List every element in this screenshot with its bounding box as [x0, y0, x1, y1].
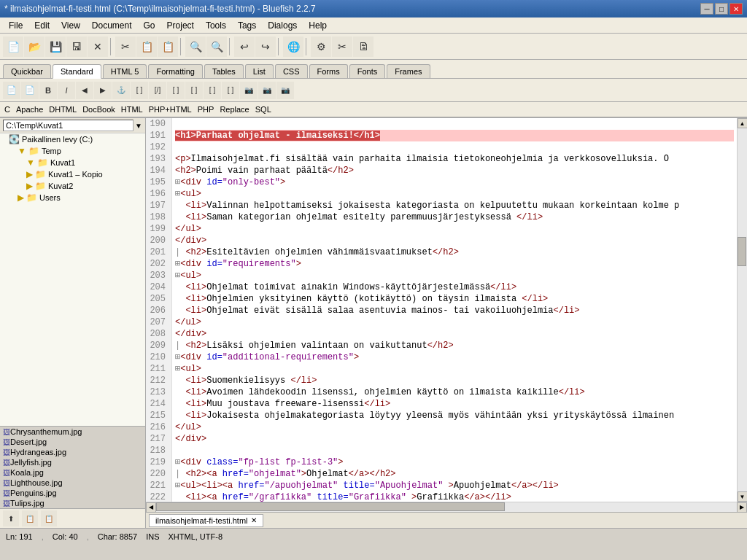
- tab-formatting[interactable]: Formatting: [148, 64, 203, 78]
- tree-drive-c[interactable]: 💽 Paikallinen levy (C:): [0, 133, 145, 145]
- tb2-b2[interactable]: 📄: [21, 82, 39, 99]
- close-file-button[interactable]: ✕: [88, 36, 108, 57]
- file-desert[interactable]: 🖼 Desert.jpg: [0, 437, 145, 447]
- tree-folder-kuvat1kopio[interactable]: ▶ 📁 Kuvat1 – Kopio: [0, 168, 145, 180]
- tab-standard[interactable]: Standard: [53, 64, 101, 79]
- sidebar-btn2[interactable]: 📋: [22, 510, 38, 526]
- menu-project[interactable]: Project: [161, 19, 200, 32]
- tb2-b13[interactable]: [ ]: [222, 82, 239, 99]
- tab-css[interactable]: CSS: [275, 64, 308, 78]
- menu-file[interactable]: File: [3, 19, 28, 32]
- tab-frames[interactable]: Frames: [387, 64, 430, 78]
- file-chrysanthemum[interactable]: 🖼 Chrysanthemum.jpg: [0, 427, 145, 437]
- save-button[interactable]: 💾: [45, 36, 66, 57]
- tb2-b4[interactable]: I: [58, 82, 75, 99]
- tree-folder-users[interactable]: ▶ 📁 Users: [0, 192, 145, 203]
- tb2-b16[interactable]: 📷: [276, 82, 294, 99]
- redo-button[interactable]: ↪: [255, 36, 276, 57]
- find-button[interactable]: 🔍: [185, 36, 206, 57]
- paste-button[interactable]: 📋: [158, 36, 178, 57]
- tree-folder-kuvat1[interactable]: ▼ 📁 Kuvat1: [0, 157, 145, 168]
- cut-button[interactable]: ✂: [115, 36, 136, 57]
- tb2-b12[interactable]: [ ]: [204, 82, 221, 99]
- file-lighthouse[interactable]: 🖼 Lighthouse.jpg: [0, 478, 145, 488]
- snippet-c[interactable]: C: [4, 105, 10, 114]
- tab-html5[interactable]: HTML 5: [103, 64, 147, 78]
- preferences-button[interactable]: ⚙: [311, 36, 331, 57]
- menu-document[interactable]: Document: [86, 19, 138, 32]
- hscroll-thumb[interactable]: [156, 502, 505, 511]
- tb2-b8[interactable]: [ ]: [131, 82, 148, 99]
- menu-go[interactable]: Go: [138, 19, 161, 32]
- file-tab-main[interactable]: ilmaisohjelmat-fi-testi.html ✕: [149, 514, 263, 527]
- scroll-up-button[interactable]: ▲: [738, 118, 748, 128]
- tb2-b5[interactable]: ◀: [76, 82, 93, 99]
- menu-help[interactable]: Help: [303, 19, 333, 32]
- tab-list[interactable]: List: [245, 64, 274, 78]
- tab-quickbar[interactable]: Quickbar: [3, 64, 51, 78]
- save-as-button[interactable]: 🖫: [66, 36, 87, 57]
- file-jellyfish[interactable]: 🖼 Jellyfish.jpg: [0, 457, 145, 467]
- snippet-replace[interactable]: Replace: [220, 105, 249, 114]
- file-koala[interactable]: 🖼 Koala.jpg: [0, 467, 145, 478]
- tb2-b6[interactable]: ▶: [94, 82, 112, 99]
- tb2-b15[interactable]: 📷: [258, 82, 276, 99]
- menu-edit[interactable]: Edit: [28, 19, 55, 32]
- path-dropdown[interactable]: ▼: [135, 122, 142, 130]
- tree-folder-temp[interactable]: ▼ 📁 Temp: [0, 145, 145, 157]
- snippet-sql[interactable]: SQL: [255, 105, 271, 114]
- hscroll-track[interactable]: [156, 502, 737, 512]
- code-line-217: </div>: [175, 433, 734, 445]
- close-button[interactable]: ✕: [729, 3, 743, 15]
- snippet-php[interactable]: PHP: [198, 105, 214, 114]
- tab-fonts[interactable]: Fonts: [349, 64, 386, 78]
- path-input[interactable]: [3, 120, 133, 131]
- hscroll-right-button[interactable]: ▶: [737, 502, 747, 513]
- scroll-track[interactable]: [738, 128, 747, 491]
- tb2-b7[interactable]: ⚓: [112, 82, 130, 99]
- file-tab-close[interactable]: ✕: [251, 516, 257, 524]
- file-icon-6: 🖼: [3, 479, 10, 487]
- menu-dialogs[interactable]: Dialogs: [262, 19, 303, 32]
- sidebar-btn1[interactable]: ⬆: [3, 510, 19, 526]
- tree-folder-kuvat2[interactable]: ▶ 📁 Kuvat2: [0, 180, 145, 192]
- find-replace-button[interactable]: 🔍: [206, 36, 227, 57]
- snippet-dhtml[interactable]: DHTML: [49, 105, 77, 114]
- menu-view[interactable]: View: [55, 19, 86, 32]
- horizontal-scrollbar[interactable]: ◀ ▶: [146, 502, 747, 512]
- scroll-thumb[interactable]: [738, 237, 746, 266]
- tb2-b10[interactable]: [ ]: [167, 82, 185, 99]
- fileman-button[interactable]: ✂: [332, 36, 352, 57]
- code-editor[interactable]: <h1>Parhaat ohjelmat - ilmaiseksi!</h1> …: [172, 118, 737, 502]
- copy-button[interactable]: 📋: [136, 36, 157, 57]
- open-button[interactable]: 📂: [24, 36, 44, 57]
- tab-tables[interactable]: Tables: [204, 64, 244, 78]
- maximize-button[interactable]: □: [715, 3, 728, 15]
- tb2-b3[interactable]: B: [39, 82, 57, 99]
- tb2-b9[interactable]: [/]: [149, 82, 166, 99]
- file-tab-name: ilmaisohjelmat-fi-testi.html: [155, 516, 248, 525]
- menu-tags[interactable]: Tags: [232, 19, 262, 32]
- snippet-apache[interactable]: Apache: [16, 105, 43, 114]
- file-hydrangeas[interactable]: 🖼 Hydrangeas.jpg: [0, 447, 145, 457]
- tb2-b1[interactable]: 📄: [3, 82, 20, 99]
- snippet-phphtml[interactable]: PHP+HTML: [149, 105, 192, 114]
- hscroll-left-button[interactable]: ◀: [146, 502, 156, 513]
- tb2-b11[interactable]: [ ]: [185, 82, 203, 99]
- snippet-docbook[interactable]: DocBook: [82, 105, 115, 114]
- sep1: [110, 38, 113, 55]
- tab-forms[interactable]: Forms: [309, 64, 348, 78]
- snippets-button[interactable]: 🖺: [353, 36, 374, 57]
- sidebar-btn3[interactable]: 📋: [41, 510, 57, 526]
- file-penguins[interactable]: 🖼 Penguins.jpg: [0, 488, 145, 498]
- preview-button[interactable]: 🌐: [283, 36, 303, 57]
- undo-button[interactable]: ↩: [234, 36, 255, 57]
- tb2-b14[interactable]: 📷: [240, 82, 258, 99]
- menu-tools[interactable]: Tools: [200, 19, 232, 32]
- minimize-button[interactable]: ─: [700, 3, 713, 15]
- snippet-html[interactable]: HTML: [121, 105, 143, 114]
- scroll-down-button[interactable]: ▼: [738, 491, 748, 502]
- vertical-scrollbar[interactable]: ▲ ▼: [737, 118, 747, 502]
- file-tulips[interactable]: 🖼 Tulips.jpg: [0, 498, 145, 508]
- new-button[interactable]: 📄: [3, 36, 23, 57]
